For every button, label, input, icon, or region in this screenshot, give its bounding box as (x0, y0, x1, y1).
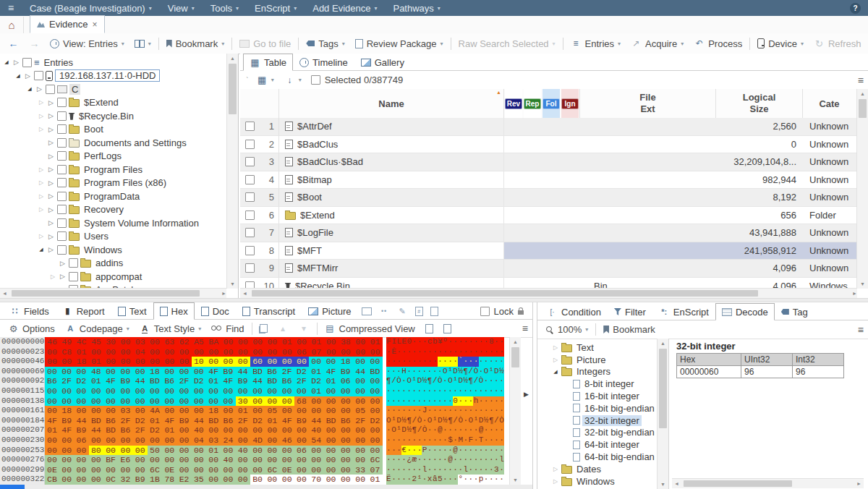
hex-byte[interactable]: 00 (250, 406, 265, 416)
hex-byte[interactable]: 00 (353, 425, 367, 435)
hex-byte[interactable]: 00 (177, 347, 192, 357)
hex-byte[interactable]: 03 (206, 435, 221, 446)
expand-icon[interactable]: ▷ (552, 344, 559, 351)
hex-byte[interactable]: 00 (89, 347, 103, 357)
hex-byte[interactable]: 00 (250, 455, 265, 465)
hex-byte[interactable]: 00 (324, 446, 339, 456)
ascii-char[interactable]: · (391, 367, 396, 377)
hex-byte[interactable]: 00 (221, 406, 236, 416)
ascii-char[interactable]: Ò (473, 367, 478, 377)
hex-byte[interactable]: 01 (89, 357, 103, 367)
select-all-checkbox[interactable] (311, 75, 320, 85)
ascii-char[interactable]: · (494, 386, 499, 396)
ascii-char[interactable]: · (468, 337, 473, 347)
hex-byte[interactable]: 00 (45, 455, 59, 465)
set-include-icon[interactable]: ▷ (59, 260, 67, 267)
hex-byte[interactable]: 00 (192, 465, 206, 475)
ascii-char[interactable]: · (396, 347, 401, 357)
ascii-char[interactable]: · (443, 475, 448, 485)
ascii-char[interactable]: · (422, 347, 427, 357)
ascii-char[interactable]: 2 (412, 475, 417, 485)
ascii-char[interactable]: / (468, 367, 473, 377)
hex-byte[interactable]: 00 (294, 337, 309, 347)
ascii-char[interactable]: · (448, 386, 453, 396)
ascii-char[interactable]: · (427, 357, 433, 367)
ascii-char[interactable]: Ò (396, 376, 401, 386)
bookmark-button[interactable]: Bookmark (598, 320, 660, 339)
hex-byte[interactable]: B9 (339, 367, 353, 377)
checkbox[interactable] (57, 151, 67, 161)
table-row[interactable]: 2$BadClus0Unknown (240, 136, 857, 154)
hex-byte[interactable]: BD (265, 376, 279, 386)
hex-byte[interactable]: 32 (118, 475, 132, 485)
hex-byte[interactable]: 00 (265, 386, 279, 396)
tab-timeline[interactable]: Timeline (293, 54, 354, 71)
ascii-char[interactable]: · (499, 357, 504, 367)
ascii-char[interactable]: · (386, 425, 391, 435)
scrollbar-thumb[interactable] (12, 290, 200, 297)
ascii-char[interactable]: · (458, 386, 463, 396)
ascii-char[interactable]: · (427, 446, 433, 456)
ascii-char[interactable]: º (443, 337, 448, 347)
ascii-char[interactable]: · (468, 406, 473, 416)
ascii-char[interactable]: · (427, 435, 433, 446)
ascii-char[interactable]: b (433, 337, 438, 347)
hex-byte[interactable]: 00 (265, 396, 279, 407)
ascii-char[interactable]: · (443, 396, 448, 407)
ascii-char[interactable]: · (412, 465, 417, 475)
ascii-char[interactable]: · (468, 455, 473, 465)
hex-byte[interactable]: 00 (339, 475, 353, 485)
hex-byte[interactable]: 40 (221, 455, 236, 465)
ascii-char[interactable]: · (401, 386, 407, 396)
ascii-char[interactable]: · (494, 337, 499, 347)
hex-byte[interactable]: 6C (368, 455, 383, 465)
hex-byte[interactable]: 00 (221, 386, 236, 396)
ascii-char[interactable]: · (438, 455, 443, 465)
table-row[interactable]: 10$Recycle.BinBin4,096Windows (240, 278, 857, 289)
ascii-char[interactable]: · (412, 446, 417, 456)
hex-byte[interactable]: 00 (118, 337, 132, 347)
ascii-char[interactable]: Ò (422, 425, 427, 435)
ascii-char[interactable]: · (433, 465, 438, 475)
hex-byte[interactable]: 00 (118, 347, 132, 357)
ascii-char[interactable]: · (473, 465, 478, 475)
hex-byte[interactable]: 00 (353, 455, 367, 465)
tree-item-192-168-137-11-0-hdd[interactable]: ◢▷192.168.137.11·0-HDD (0, 69, 226, 83)
hex-byte[interactable]: 00 (309, 446, 323, 456)
hex-byte[interactable]: 00 (133, 367, 148, 377)
hex-byte[interactable]: 01 (309, 386, 323, 396)
hex-byte[interactable]: 00 (280, 425, 294, 435)
ascii-char[interactable]: · (473, 347, 478, 357)
ascii-char[interactable]: F (468, 435, 473, 446)
ascii-char[interactable]: · (479, 465, 484, 475)
hex-byte[interactable]: 00 (353, 435, 367, 446)
ascii-char[interactable]: O (484, 367, 489, 377)
ascii-char[interactable]: · (468, 425, 473, 435)
hex-byte[interactable]: 07 (368, 465, 383, 475)
ascii-char[interactable]: · (468, 475, 473, 485)
ascii-char[interactable]: · (401, 435, 407, 446)
sort-button[interactable]: ▾ (279, 71, 307, 89)
ascii-char[interactable]: ° (458, 475, 463, 485)
collapse-icon[interactable]: ◢ (14, 73, 22, 79)
scroll-left-icon[interactable]: ◄ (0, 289, 9, 298)
tree-item-16-bit-integer[interactable]: 16-bit integer (537, 390, 658, 402)
badge-column-ign[interactable]: Ign (561, 89, 579, 118)
ascii-char[interactable]: O (391, 425, 396, 435)
ascii-char[interactable]: · (433, 446, 438, 456)
ascii-char[interactable]: · (494, 446, 499, 456)
hex-byte[interactable]: 00 (265, 337, 279, 347)
hex-byte[interactable]: 18 (59, 406, 74, 416)
ascii-char[interactable]: · (489, 455, 494, 465)
column-header-category[interactable]: Cate (802, 89, 857, 118)
hex-byte[interactable]: 00 (75, 465, 89, 475)
table-row[interactable]: 3$BadClus·$Bad32,209,104,8...Unknown (240, 153, 857, 171)
hex-byte[interactable]: 62 (177, 337, 192, 347)
hex-byte[interactable]: 00 (133, 386, 148, 396)
hex-byte[interactable]: 00 (45, 386, 59, 396)
scroll-up-icon[interactable]: ▲ (857, 89, 868, 98)
row-checkbox[interactable] (245, 192, 255, 202)
hex-byte[interactable]: 2F (280, 367, 294, 377)
row-checkbox[interactable] (245, 211, 255, 220)
tree-item-dates[interactable]: ▷Dates (537, 463, 658, 475)
